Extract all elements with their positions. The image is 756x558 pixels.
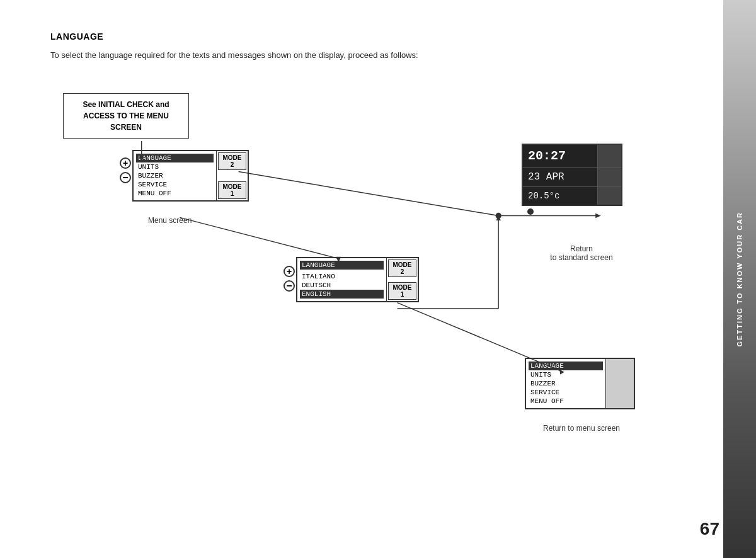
main-content: LANGUAGE To select the language required…	[0, 0, 723, 558]
svg-point-3	[496, 212, 501, 218]
temp-display: 20.5°c	[523, 187, 597, 205]
lang-list: LANGUAGE ITALIANO DEUTSCH ENGLISH	[297, 258, 386, 301]
section-title: LANGUAGE	[50, 31, 685, 42]
mode2-button-lang[interactable]: MODE 2	[388, 259, 416, 277]
return-menu-right-col	[605, 359, 634, 408]
menu-item-units: UNITS	[136, 162, 214, 171]
ret-menu-menuoff: MENU OFF	[529, 397, 603, 406]
return-menu-list: LANGUAGE UNITS BUZZER SERVICE MENU OFF	[526, 359, 605, 408]
lang-english: ENGLISH	[300, 290, 384, 299]
minus-button-top[interactable]: −	[120, 172, 131, 183]
mode2-button-top[interactable]: MODE 2	[218, 152, 246, 170]
sidebar-label: GETTING TO KNOW YOUR CAR	[736, 212, 743, 346]
standard-screen: 20:27 23 APR 20.5°c	[522, 144, 622, 206]
ret-menu-language: LANGUAGE	[529, 362, 603, 370]
time-display: 20:27	[523, 145, 597, 167]
menu-list: LANGUAGE UNITS BUZZER SERVICE MENU OFF	[134, 151, 216, 200]
ret-menu-service: SERVICE	[529, 388, 603, 397]
language-screen: LANGUAGE ITALIANO DEUTSCH ENGLISH MODE 2…	[296, 257, 419, 302]
menu-item-buzzer: BUZZER	[136, 171, 214, 180]
return-menu-label: Return to menu screen	[515, 424, 648, 433]
plus-button-lang[interactable]: +	[284, 266, 295, 277]
diagram: See INITIAL CHECK and ACCESS TO THE MENU…	[50, 87, 685, 477]
callout-text: See INITIAL CHECK and ACCESS TO THE MENU…	[83, 100, 169, 132]
minus-button-lang[interactable]: −	[284, 280, 295, 292]
svg-line-6	[180, 217, 338, 258]
lang-deutsch: DEUTSCH	[300, 281, 384, 290]
mode1-button-lang[interactable]: MODE 1	[388, 282, 416, 300]
menu-right-column: MODE 2 MODE 1	[216, 151, 248, 200]
menu-item-service: SERVICE	[136, 180, 214, 189]
ret-menu-units: UNITS	[529, 370, 603, 379]
svg-marker-5	[595, 213, 600, 217]
svg-line-2	[239, 171, 499, 215]
callout-box: See INITIAL CHECK and ACCESS TO THE MENU…	[63, 93, 189, 139]
plus-button-top[interactable]: +	[120, 157, 131, 169]
dot-junction	[527, 208, 534, 215]
svg-marker-10	[496, 215, 500, 220]
lang-right-column: MODE 2 MODE 1	[386, 258, 418, 301]
menu-item-language: LANGUAGE	[136, 154, 214, 162]
menu-item-menuoff: MENU OFF	[136, 189, 214, 198]
mode1-button-top[interactable]: MODE 1	[218, 181, 246, 199]
lang-title: LANGUAGE	[300, 261, 384, 270]
sidebar: GETTING TO KNOW YOUR CAR	[723, 0, 756, 558]
return-menu-screen: LANGUAGE UNITS BUZZER SERVICE MENU OFF	[525, 358, 635, 409]
menu-screen-label: Menu screen	[148, 216, 192, 225]
date-display: 23 APR	[523, 168, 597, 186]
menu-screen: LANGUAGE UNITS BUZZER SERVICE MENU OFF M…	[132, 150, 249, 202]
return-standard-label: Return to standard screen	[528, 244, 635, 262]
intro-text: To select the language required for the …	[50, 49, 685, 62]
ret-menu-buzzer: BUZZER	[529, 379, 603, 388]
lang-italiano: ITALIANO	[300, 272, 384, 281]
